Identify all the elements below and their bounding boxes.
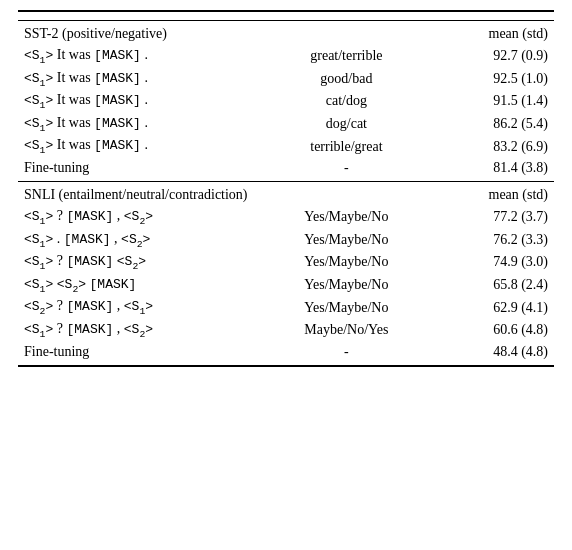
accuracy-cell: 77.2 (3.7) <box>430 206 554 229</box>
accuracy-cell: 91.5 (1.4) <box>430 90 554 113</box>
label-words-cell: dog/cat <box>263 113 430 136</box>
mask-token: [MASK] <box>67 254 114 269</box>
mask-token: [MASK] <box>64 232 111 247</box>
col-header-accuracy <box>430 11 554 21</box>
table-row: Fine-tuning-81.4 (3.8) <box>18 158 554 182</box>
s1-token: <S1> <box>24 71 53 86</box>
section-title-sst2: SST-2 (positive/negative) <box>18 21 430 46</box>
mask-token: [MASK] <box>94 138 141 153</box>
accuracy-cell: 81.4 (3.8) <box>430 158 554 182</box>
mask-token: [MASK] <box>94 93 141 108</box>
label-words-cell: Maybe/No/Yes <box>263 319 430 342</box>
template-cell: <S1> It was [MASK] . <box>18 45 263 68</box>
accuracy-cell: 83.2 (6.9) <box>430 135 554 158</box>
section-accuracy-summary-sst2: mean (std) <box>430 21 554 46</box>
label-words-cell: terrible/great <box>263 135 430 158</box>
table-row: <S1> It was [MASK] .dog/cat86.2 (5.4) <box>18 113 554 136</box>
s1-token: <S1> <box>24 138 53 153</box>
table-row: <S1> It was [MASK] .terrible/great83.2 (… <box>18 135 554 158</box>
accuracy-cell: 76.2 (3.3) <box>430 229 554 252</box>
col-header-template <box>18 11 263 21</box>
table-row: <S2> ? [MASK] , <S1>Yes/Maybe/No62.9 (4.… <box>18 296 554 319</box>
s2-token: <S2> <box>124 209 153 224</box>
label-words-cell: great/terrible <box>263 45 430 68</box>
section-accuracy-summary-snli: mean (std) <box>430 181 554 206</box>
table-row: <S1> ? [MASK] <S2>Yes/Maybe/No74.9 (3.0) <box>18 251 554 274</box>
table-row: <S1> <S2> [MASK]Yes/Maybe/No65.8 (2.4) <box>18 274 554 297</box>
mask-token: [MASK] <box>94 116 141 131</box>
label-words-cell: Yes/Maybe/No <box>263 251 430 274</box>
template-cell: <S2> ? [MASK] , <S1> <box>18 296 263 319</box>
label-words-cell: - <box>263 158 430 182</box>
label-words-cell: cat/dog <box>263 90 430 113</box>
mask-token: [MASK] <box>90 277 137 292</box>
finetuning-label: Fine-tuning <box>24 160 89 175</box>
table-row: <S1> It was [MASK] .great/terrible92.7 (… <box>18 45 554 68</box>
section-title-snli: SNLI (entailment/neutral/contradiction) <box>18 181 430 206</box>
s1-token: <S1> <box>24 93 53 108</box>
template-cell: <S1> ? [MASK] , <S2> <box>18 206 263 229</box>
s2-token: <S2> <box>57 277 86 292</box>
s2-token: <S2> <box>121 232 150 247</box>
label-words-cell: Yes/Maybe/No <box>263 296 430 319</box>
template-cell: <S1> . [MASK] , <S2> <box>18 229 263 252</box>
section-header-snli: SNLI (entailment/neutral/contradiction)m… <box>18 181 554 206</box>
template-cell: <S1> It was [MASK] . <box>18 90 263 113</box>
s1-token: <S1> <box>24 48 53 63</box>
col-header-label-words <box>263 11 430 21</box>
s1-token: <S1> <box>24 277 53 292</box>
template-cell: Fine-tuning <box>18 158 263 182</box>
s2-token: <S2> <box>24 299 53 314</box>
table-row: <S1> ? [MASK] , <S2>Yes/Maybe/No77.2 (3.… <box>18 206 554 229</box>
accuracy-cell: 86.2 (5.4) <box>430 113 554 136</box>
accuracy-cell: 92.5 (1.0) <box>430 68 554 91</box>
label-words-cell: Yes/Maybe/No <box>263 206 430 229</box>
finetuning-label: Fine-tuning <box>24 344 89 359</box>
table-row: <S1> . [MASK] , <S2>Yes/Maybe/No76.2 (3.… <box>18 229 554 252</box>
table-row: <S1> It was [MASK] .good/bad92.5 (1.0) <box>18 68 554 91</box>
s1-token: <S1> <box>24 209 53 224</box>
template-cell: <S1> ? [MASK] , <S2> <box>18 319 263 342</box>
label-words-cell: Yes/Maybe/No <box>263 229 430 252</box>
s1-token: <S1> <box>24 116 53 131</box>
template-cell: Fine-tuning <box>18 342 263 366</box>
accuracy-cell: 48.4 (4.8) <box>430 342 554 366</box>
accuracy-cell: 92.7 (0.9) <box>430 45 554 68</box>
mask-token: [MASK] <box>94 48 141 63</box>
mask-token: [MASK] <box>67 209 114 224</box>
accuracy-cell: 74.9 (3.0) <box>430 251 554 274</box>
table-row: <S1> It was [MASK] .cat/dog91.5 (1.4) <box>18 90 554 113</box>
accuracy-cell: 65.8 (2.4) <box>430 274 554 297</box>
s2-token: <S2> <box>124 322 153 337</box>
s2-token: <S2> <box>117 254 146 269</box>
template-cell: <S1> It was [MASK] . <box>18 135 263 158</box>
label-words-cell: good/bad <box>263 68 430 91</box>
template-cell: <S1> <S2> [MASK] <box>18 274 263 297</box>
s1-token: <S1> <box>124 299 153 314</box>
template-cell: <S1> It was [MASK] . <box>18 113 263 136</box>
section-header-sst2: SST-2 (positive/negative)mean (std) <box>18 21 554 46</box>
accuracy-cell: 62.9 (4.1) <box>430 296 554 319</box>
s1-token: <S1> <box>24 322 53 337</box>
label-words-cell: - <box>263 342 430 366</box>
s1-token: <S1> <box>24 254 53 269</box>
template-cell: <S1> ? [MASK] <S2> <box>18 251 263 274</box>
mask-token: [MASK] <box>67 299 114 314</box>
template-cell: <S1> It was [MASK] . <box>18 68 263 91</box>
table-row: <S1> ? [MASK] , <S2>Maybe/No/Yes60.6 (4.… <box>18 319 554 342</box>
s1-token: <S1> <box>24 232 53 247</box>
accuracy-cell: 60.6 (4.8) <box>430 319 554 342</box>
mask-token: [MASK] <box>94 71 141 86</box>
table-row: Fine-tuning-48.4 (4.8) <box>18 342 554 366</box>
label-words-cell: Yes/Maybe/No <box>263 274 430 297</box>
mask-token: [MASK] <box>67 322 114 337</box>
